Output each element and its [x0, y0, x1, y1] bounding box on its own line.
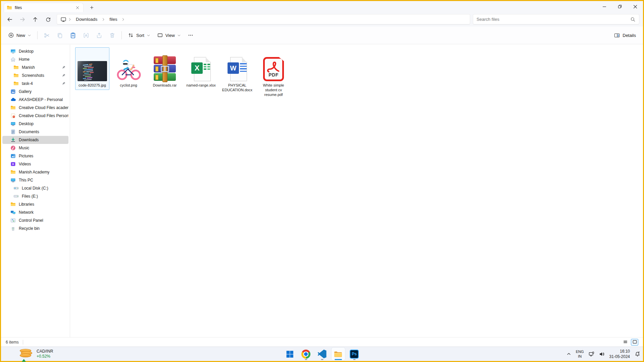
sidebar-item-creative-cloud-personal[interactable]: Creative Cloud Files Personal	[2, 112, 68, 120]
minimize-button[interactable]	[597, 1, 612, 12]
sidebar-item-onedrive-personal[interactable]: AKASHDEEP - Personal	[2, 96, 68, 104]
paste-button[interactable]	[67, 30, 79, 41]
file-name: PHYSICAL EDUCATION.docx	[222, 83, 253, 92]
back-button[interactable]	[5, 15, 14, 24]
search-box[interactable]	[473, 14, 639, 24]
file-explorer-icon	[334, 350, 343, 359]
folder-icon	[7, 5, 12, 10]
sidebar-item-files-e[interactable]: Files (E:)	[2, 192, 68, 200]
hidden-icons-chevron[interactable]	[566, 352, 571, 356]
plus-circle-icon	[8, 32, 14, 38]
sidebar-item-desktop[interactable]: Desktop	[2, 120, 68, 128]
sidebar-item-pictures[interactable]: Pictures	[2, 152, 68, 160]
sidebar-item-libraries[interactable]: Libraries	[2, 200, 68, 208]
sidebar-item-home[interactable]: Home	[2, 55, 68, 63]
sidebar-item-documents[interactable]: Documents	[2, 128, 68, 136]
network-icon	[10, 210, 16, 215]
breadcrumb-files[interactable]: files	[107, 16, 120, 23]
sidebar-item-recycle-bin[interactable]: Recycle bin	[2, 224, 68, 232]
up-button[interactable]	[31, 15, 40, 24]
file-list-area[interactable]: code-820275.jpg cyclist.png Downloads.ra…	[70, 45, 643, 337]
vscode-taskbar-button[interactable]	[315, 348, 329, 360]
sidebar-item-network[interactable]: Network	[2, 208, 68, 216]
new-tab-button[interactable]	[88, 4, 96, 11]
volume-icon[interactable]	[599, 351, 605, 357]
sidebar-item-downloads[interactable]: Downloads	[2, 136, 68, 144]
details-label: Details	[623, 33, 636, 38]
sort-label: Sort	[136, 33, 144, 38]
videos-icon	[10, 161, 16, 167]
folder-icon	[10, 202, 16, 207]
sidebar-item-local-disk-c[interactable]: Local Disk (C:)	[2, 184, 68, 192]
file-explorer-taskbar-button[interactable]	[332, 348, 345, 360]
window-controls	[597, 1, 643, 12]
maximize-button[interactable]	[612, 1, 628, 12]
sidebar-item-creative-cloud-academ[interactable]: Creative Cloud Files academ	[2, 104, 68, 112]
word-icon: W	[228, 57, 247, 81]
address-bar[interactable]: Downloads files	[57, 14, 470, 24]
sidebar-item-screenshots[interactable]: Screenshots	[2, 71, 68, 80]
file-item-downloads-rar[interactable]: Downloads.rar	[148, 47, 182, 90]
winrar-icon	[154, 56, 176, 81]
view-label: View	[165, 33, 175, 38]
chevron-down-icon	[177, 34, 181, 37]
photoshop-taskbar-button[interactable]: Ps	[348, 348, 361, 360]
sidebar-item-manish-academy[interactable]: Manish Academy	[2, 168, 68, 176]
language-indicator[interactable]: ENG IN	[576, 349, 584, 359]
notification-bell-icon[interactable]	[635, 351, 640, 357]
paste-icon	[70, 32, 76, 39]
rename-button[interactable]	[80, 30, 92, 41]
folder-icon	[13, 73, 19, 78]
delete-button[interactable]	[106, 30, 118, 41]
file-item-resume-pdf[interactable]: PDF White simple student cv resume.pdf	[256, 47, 291, 99]
tab-close-button[interactable]	[75, 5, 81, 11]
sidebar-item-this-pc[interactable]: This PC	[2, 176, 68, 184]
file-name: named-range.xlsx	[186, 83, 216, 88]
new-button[interactable]: New	[5, 30, 34, 40]
sidebar-item-control-panel[interactable]: Control Panel	[2, 216, 68, 224]
clock[interactable]: 16:10 31-05-2024	[609, 349, 630, 359]
share-button[interactable]	[93, 30, 105, 41]
file-item-code-jpg[interactable]: code-820275.jpg	[75, 47, 109, 90]
details-pane-button[interactable]: Details	[611, 30, 639, 41]
sidebar-item-music[interactable]: Music	[2, 144, 68, 152]
ellipsis-icon	[188, 32, 194, 38]
sidebar-item-task-4[interactable]: task-4	[2, 80, 68, 88]
creative-cloud-icon	[10, 113, 16, 118]
status-divider	[23, 340, 23, 345]
chrome-taskbar-button[interactable]	[299, 348, 313, 360]
sort-button[interactable]: Sort	[125, 30, 153, 40]
search-input[interactable]	[477, 17, 630, 22]
this-pc-icon[interactable]	[60, 16, 66, 22]
sidebar-item-videos[interactable]: Videos	[2, 160, 68, 168]
search-icon[interactable]	[630, 17, 636, 22]
status-bar: 6 items	[1, 337, 643, 347]
more-options-button[interactable]	[185, 30, 197, 40]
cut-button[interactable]	[41, 30, 53, 41]
file-item-named-range-xlsx[interactable]: X named-range.xlsx	[184, 47, 218, 90]
file-item-physical-education-docx[interactable]: W PHYSICAL EDUCATION.docx	[220, 47, 254, 95]
large-icons-view-toggle[interactable]	[631, 339, 638, 346]
downloads-icon	[10, 137, 16, 143]
close-button[interactable]	[628, 1, 643, 12]
details-view-toggle[interactable]	[622, 339, 629, 346]
weather-widget[interactable]: CAD/INR +0.52%	[16, 348, 56, 360]
sidebar-item-desktop-pinned[interactable]: Desktop	[2, 47, 68, 55]
sidebar-item-manish[interactable]: Manish	[2, 63, 68, 71]
view-button[interactable]: View	[154, 30, 184, 40]
network-icon[interactable]	[589, 351, 594, 357]
file-item-cyclist-png[interactable]: cyclist.png	[111, 47, 146, 90]
navigation-pane: Desktop Home Manish Screenshots task-4 G…	[1, 45, 70, 337]
jpg-code-thumbnail	[78, 61, 107, 81]
sidebar-item-gallery[interactable]: Gallery	[2, 88, 68, 96]
currency-pair: CAD/INR	[37, 349, 53, 354]
start-button[interactable]	[283, 348, 297, 360]
folder-icon	[13, 65, 19, 70]
file-grid: code-820275.jpg cyclist.png Downloads.ra…	[75, 47, 291, 99]
forward-button[interactable]	[18, 15, 27, 24]
gallery-icon	[10, 89, 16, 94]
copy-button[interactable]	[54, 30, 66, 41]
breadcrumb-downloads[interactable]: Downloads	[73, 16, 100, 23]
refresh-button[interactable]	[43, 15, 53, 24]
explorer-tab[interactable]: files	[4, 3, 84, 12]
